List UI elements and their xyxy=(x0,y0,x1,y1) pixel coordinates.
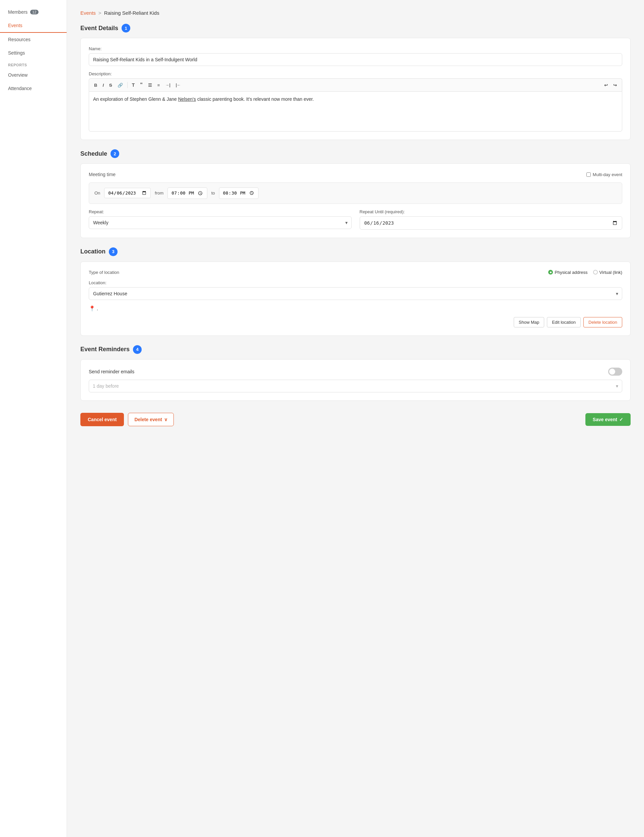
multi-day-label: Multi-day event xyxy=(593,172,622,177)
edit-location-button[interactable]: Edit location xyxy=(547,317,581,327)
resources-label: Resources xyxy=(8,37,31,42)
breadcrumb-events[interactable]: Events xyxy=(80,10,96,16)
bottom-actions: Cancel event Delete event ∨ Save event ✓ xyxy=(80,410,631,426)
link-button[interactable]: 🔗 xyxy=(115,81,125,89)
event-details-card: Name: Description: B I S 🔗 T " ☰ ≡ →| |←… xyxy=(80,38,631,140)
delete-location-button[interactable]: Delete location xyxy=(583,317,622,327)
settings-label: Settings xyxy=(8,50,25,56)
delete-event-arrow: ∨ xyxy=(164,417,168,422)
repeat-select[interactable]: Does not repeat Daily Weekly Monthly Yea… xyxy=(89,216,352,229)
name-label: Name: xyxy=(89,46,622,51)
quote-button[interactable]: " xyxy=(138,81,145,89)
outdent-button[interactable]: |← xyxy=(174,81,183,89)
location-header: Location 3 xyxy=(80,248,631,256)
sidebar-item-settings[interactable]: Settings xyxy=(0,46,67,60)
sidebar-item-attendance[interactable]: Attendance xyxy=(0,82,67,95)
cancel-event-button[interactable]: Cancel event xyxy=(80,413,124,426)
description-input[interactable]: An exploration of Stephen Glenn & Jane N… xyxy=(89,91,622,131)
reminder-toggle[interactable] xyxy=(608,368,622,376)
schedule-label: Schedule xyxy=(80,150,107,158)
virtual-label: Virtual (link) xyxy=(600,270,622,275)
overview-label: Overview xyxy=(8,72,28,78)
ol-button[interactable]: ≡ xyxy=(155,81,163,89)
italic-button[interactable]: I xyxy=(100,81,106,89)
location-badge: 3 xyxy=(109,248,118,256)
multi-day-checkbox[interactable] xyxy=(586,172,591,177)
multi-day-option[interactable]: Multi-day event xyxy=(586,172,622,177)
send-reminder-label: Send reminder emails xyxy=(89,369,134,374)
sidebar: Members 12 Events Resources Settings REP… xyxy=(0,0,67,837)
location-address: 📍 , xyxy=(89,304,622,313)
location-select[interactable]: Gutierrez House xyxy=(89,287,622,300)
show-map-button[interactable]: Show Map xyxy=(514,317,544,327)
left-actions: Cancel event Delete event ∨ xyxy=(80,413,174,426)
date-input[interactable] xyxy=(104,188,151,198)
on-label: On xyxy=(94,190,100,195)
virtual-link-option[interactable]: Virtual (link) xyxy=(593,270,622,275)
to-label: to xyxy=(211,190,215,195)
event-details-label: Event Details xyxy=(80,25,118,32)
delete-event-label: Delete event xyxy=(134,417,162,422)
save-event-arrow: ✓ xyxy=(619,417,623,422)
address-comma: , xyxy=(97,306,98,311)
meeting-time-header: Meeting time Multi-day event xyxy=(89,172,622,177)
redo-button[interactable]: ↪ xyxy=(611,81,619,89)
sidebar-item-overview[interactable]: Overview xyxy=(0,68,67,82)
attendance-label: Attendance xyxy=(8,86,32,91)
location-card: Type of location Physical address Virtua… xyxy=(80,261,631,336)
description-toolbar: B I S 🔗 T " ☰ ≡ →| |← ↩ ↪ xyxy=(89,78,622,91)
repeat-label: Repeat: xyxy=(89,209,352,214)
date-time-row: On from to xyxy=(89,182,622,204)
toolbar-sep-1 xyxy=(127,82,128,88)
virtual-radio-dot xyxy=(593,270,598,274)
reminder-select[interactable]: 1 day before 2 days before 1 week before xyxy=(89,380,622,392)
location-select-label: Location: xyxy=(89,280,622,285)
repeat-until-input[interactable] xyxy=(360,216,623,230)
location-type-radio-group: Physical address Virtual (link) xyxy=(548,270,622,275)
schedule-card: Meeting time Multi-day event On from to … xyxy=(80,163,631,238)
repeat-until-group: Repeat Until (required): xyxy=(360,209,623,230)
schedule-header: Schedule 2 xyxy=(80,149,631,158)
ul-button[interactable]: ☰ xyxy=(146,81,154,89)
event-details-header: Event Details 1 xyxy=(80,24,631,33)
reminders-label: Event Reminders xyxy=(80,346,130,353)
repeat-row: Repeat: Does not repeat Daily Weekly Mon… xyxy=(89,209,622,230)
sidebar-item-events[interactable]: Events xyxy=(0,19,67,33)
description-label: Description: xyxy=(89,71,622,76)
members-label: Members xyxy=(8,9,28,15)
members-badge: 12 xyxy=(30,10,38,15)
reminders-badge: 4 xyxy=(133,345,142,354)
sidebar-item-resources[interactable]: Resources xyxy=(0,33,67,46)
time-from-input[interactable] xyxy=(168,187,207,199)
location-select-wrapper: Gutierrez House ▾ xyxy=(89,287,622,300)
indent-button[interactable]: →| xyxy=(163,81,172,89)
save-event-label: Save event xyxy=(593,417,617,422)
reminders-card: Send reminder emails 1 day before 2 days… xyxy=(80,359,631,401)
repeat-group: Repeat: Does not repeat Daily Weekly Mon… xyxy=(89,209,352,230)
event-details-badge: 1 xyxy=(122,24,130,33)
location-label: Location xyxy=(80,248,105,255)
physical-label: Physical address xyxy=(555,270,587,275)
format-button[interactable]: T xyxy=(130,81,137,89)
strikethrough-button[interactable]: S xyxy=(107,81,115,89)
breadcrumb-separator: > xyxy=(99,10,102,16)
event-name-input[interactable] xyxy=(89,53,622,66)
reports-section-label: REPORTS xyxy=(0,60,67,68)
reminders-header: Event Reminders 4 xyxy=(80,345,631,354)
undo-button[interactable]: ↩ xyxy=(602,81,610,89)
reminder-select-wrapper: 1 day before 2 days before 1 week before… xyxy=(89,380,622,392)
location-type-label: Type of location xyxy=(89,270,119,275)
location-type-row: Type of location Physical address Virtua… xyxy=(89,270,622,275)
pin-icon: 📍 xyxy=(89,305,95,312)
breadcrumb-current-page: Raising Self-Reliant Kids xyxy=(104,10,159,16)
meeting-time-label: Meeting time xyxy=(89,172,115,177)
main-content: Events > Raising Self-Reliant Kids Event… xyxy=(67,0,644,837)
repeat-until-label: Repeat Until (required): xyxy=(360,209,623,214)
time-to-input[interactable] xyxy=(219,187,259,199)
delete-event-button[interactable]: Delete event ∨ xyxy=(128,413,174,426)
physical-address-option[interactable]: Physical address xyxy=(548,270,587,275)
save-event-button[interactable]: Save event ✓ xyxy=(585,413,631,426)
bold-button[interactable]: B xyxy=(92,81,99,89)
sidebar-item-members[interactable]: Members 12 xyxy=(0,5,67,19)
from-label: from xyxy=(155,190,163,195)
